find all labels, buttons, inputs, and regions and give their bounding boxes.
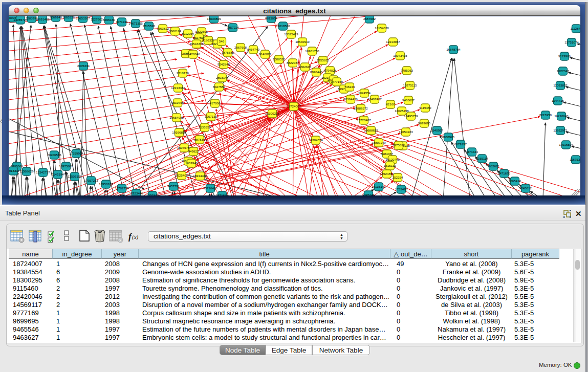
svg-text:19654985: 19654985 — [169, 116, 184, 119]
svg-text:9777169: 9777169 — [331, 80, 343, 83]
svg-text:6794028: 6794028 — [324, 69, 337, 72]
svg-text:3660124: 3660124 — [169, 29, 182, 33]
svg-text:1571648: 1571648 — [216, 193, 229, 195]
svg-text:1527602: 1527602 — [91, 17, 103, 21]
svg-text:8186323: 8186323 — [202, 38, 215, 42]
svg-text:20206536: 20206536 — [47, 153, 61, 157]
svg-text:2718176: 2718176 — [177, 71, 189, 75]
svg-text:62160: 62160 — [386, 102, 395, 106]
svg-text:2687682: 2687682 — [363, 17, 376, 20]
svg-text:9227343: 9227343 — [557, 69, 570, 73]
svg-text:16210643: 16210643 — [554, 114, 569, 118]
svg-text:1640957: 1640957 — [431, 128, 444, 132]
svg-text:10407487: 10407487 — [367, 97, 382, 101]
svg-text:15720407: 15720407 — [357, 118, 371, 122]
svg-text:1609948: 1609948 — [185, 161, 198, 165]
svg-text:25300218: 25300218 — [265, 112, 279, 115]
svg-text:17016504: 17016504 — [559, 143, 573, 146]
svg-text:13692971: 13692971 — [553, 128, 568, 132]
svg-text:16914479: 16914479 — [193, 174, 207, 178]
svg-text:18495759: 18495759 — [404, 114, 418, 118]
svg-text:16033809: 16033809 — [207, 17, 221, 20]
svg-text:19218506: 19218506 — [276, 24, 290, 28]
svg-text:3267130: 3267130 — [205, 115, 217, 118]
svg-text:12213382: 12213382 — [171, 86, 185, 90]
svg-text:15751074: 15751074 — [564, 40, 579, 44]
svg-text:3875685: 3875685 — [222, 51, 234, 54]
svg-text:16782759: 16782759 — [115, 186, 129, 190]
svg-text:1112841: 1112841 — [570, 27, 580, 30]
svg-text:19384554: 19384554 — [309, 138, 323, 142]
svg-text:546: 546 — [219, 39, 225, 43]
svg-text:12213967: 12213967 — [386, 40, 400, 43]
svg-text:1733426: 1733426 — [395, 187, 408, 191]
svg-text:8427552: 8427552 — [213, 85, 226, 89]
svg-text:19166825: 19166825 — [172, 130, 186, 134]
svg-text:13524851: 13524851 — [380, 172, 394, 176]
svg-text:1024554: 1024554 — [358, 91, 371, 95]
svg-text:10653267: 10653267 — [76, 16, 90, 20]
svg-text:1065412: 1065412 — [509, 179, 521, 183]
svg-text:949822: 949822 — [188, 149, 199, 153]
svg-text:7955812: 7955812 — [317, 58, 330, 62]
svg-text:5322605: 5322605 — [195, 30, 208, 33]
svg-text:9474444: 9474444 — [466, 150, 478, 154]
svg-text:16543362: 16543362 — [189, 42, 204, 46]
svg-text:16648784: 16648784 — [446, 48, 461, 51]
svg-text:8984067: 8984067 — [381, 152, 394, 156]
svg-text:6466160: 6466160 — [103, 18, 116, 21]
svg-text:1244415: 1244415 — [552, 99, 564, 102]
svg-text:18640910: 18640910 — [295, 40, 310, 43]
svg-text:9129966: 9129966 — [558, 54, 571, 58]
svg-text:25886372: 25886372 — [354, 106, 368, 110]
svg-text:19654923: 19654923 — [399, 130, 413, 134]
svg-text:15716485: 15716485 — [203, 186, 217, 190]
svg-text:7625402: 7625402 — [176, 173, 188, 177]
svg-text:8322037: 8322037 — [287, 61, 299, 64]
svg-text:9245612: 9245612 — [519, 186, 532, 190]
svg-text:8990448: 8990448 — [310, 70, 323, 74]
svg-text:2005334: 2005334 — [77, 64, 90, 68]
svg-text:12093832: 12093832 — [553, 83, 568, 87]
svg-text:18724007: 18724007 — [287, 104, 301, 108]
svg-text:8912954: 8912954 — [182, 32, 194, 35]
svg-text:10154838: 10154838 — [375, 26, 389, 30]
svg-text:1610755: 1610755 — [171, 101, 184, 104]
svg-text:252254: 252254 — [393, 176, 403, 179]
svg-text:x: x — [119, 238, 121, 243]
svg-text:2069140: 2069140 — [50, 16, 62, 19]
svg-text:10025458: 10025458 — [395, 109, 409, 113]
svg-text:16120746: 16120746 — [385, 158, 400, 161]
svg-text:9463627: 9463627 — [402, 98, 415, 102]
svg-text:8938923: 8938923 — [442, 135, 455, 139]
svg-text:6879197: 6879197 — [454, 142, 467, 146]
svg-text:11568629: 11568629 — [19, 169, 34, 173]
svg-text:14671355: 14671355 — [128, 21, 143, 25]
svg-text:887835: 887835 — [194, 138, 205, 141]
svg-text:1292344: 1292344 — [146, 193, 159, 195]
svg-text:17957253: 17957253 — [84, 179, 98, 182]
svg-text:20364436: 20364436 — [343, 97, 358, 101]
svg-text:14136141: 14136141 — [372, 185, 386, 188]
svg-text:12342737: 12342737 — [36, 170, 50, 174]
svg-text:1145194: 1145194 — [52, 172, 64, 176]
svg-text:417006: 417006 — [210, 101, 221, 105]
svg-text:10688629: 10688629 — [364, 128, 378, 132]
svg-text:2935114: 2935114 — [476, 157, 488, 160]
svg-text:1065326: 1065326 — [62, 16, 75, 19]
svg-text:1588520: 1588520 — [273, 57, 286, 61]
svg-text:(x): (x) — [132, 234, 139, 240]
svg-text:12505155: 12505155 — [68, 174, 82, 178]
svg-text:9457791: 9457791 — [167, 184, 180, 188]
svg-text:746246: 746246 — [344, 85, 355, 89]
svg-text:7975692: 7975692 — [393, 143, 405, 147]
svg-text:9115460: 9115460 — [419, 106, 431, 110]
svg-text:1362615: 1362615 — [299, 65, 312, 69]
svg-text:12923448: 12923448 — [129, 191, 143, 195]
svg-text:10958107: 10958107 — [99, 182, 113, 186]
svg-text:8454749: 8454749 — [247, 48, 260, 51]
svg-text:8215958: 8215958 — [539, 113, 552, 117]
svg-text:8813054: 8813054 — [265, 16, 278, 20]
svg-text:7632621: 7632621 — [487, 164, 500, 168]
svg-text:7515526: 7515526 — [143, 24, 156, 28]
